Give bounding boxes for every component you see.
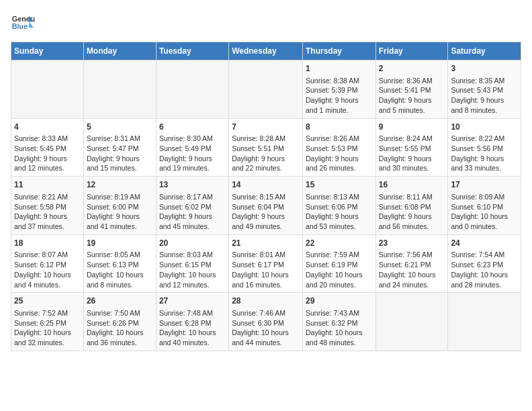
day-info-line: Daylight: 9 hours [306,95,373,105]
day-info-line: Sunrise: 8:21 AM [14,192,81,202]
day-info-line: Sunset: 6:17 PM [232,260,300,270]
day-info-line: Daylight: 10 hours [159,270,226,280]
calendar-cell: 2Sunrise: 8:36 AMSunset: 5:41 PMDaylight… [375,60,448,119]
day-info-line: and 36 minutes. [87,338,153,348]
day-info-line: Sunset: 6:21 PM [379,260,445,270]
day-info-line: and 32 minutes. [14,338,81,348]
day-info-line: Sunrise: 8:33 AM [14,134,81,144]
day-info-line: Sunrise: 8:30 AM [159,134,226,144]
day-info-line: Daylight: 9 hours [451,154,518,164]
day-number: 26 [87,295,153,307]
day-header-monday: Monday [83,42,156,60]
day-info-line: Sunset: 6:23 PM [451,260,518,270]
day-header-friday: Friday [375,42,448,60]
calendar-cell [375,293,448,351]
day-number: 9 [379,122,445,133]
calendar-cell [448,293,521,351]
day-info-line: and 33 minutes. [451,163,518,173]
calendar-cell: 29Sunrise: 7:43 AMSunset: 6:32 PMDayligh… [302,293,375,351]
day-header-tuesday: Tuesday [156,42,228,60]
day-info-line: Sunset: 6:00 PM [87,202,153,212]
calendar-cell: 19Sunrise: 8:05 AMSunset: 6:13 PMDayligh… [83,234,156,293]
day-info-line: and 44 minutes. [232,338,300,348]
day-info-line: Daylight: 10 hours [306,270,373,280]
calendar-cell: 15Sunrise: 8:13 AMSunset: 6:06 PMDayligh… [302,177,375,235]
day-info-line: Sunset: 6:25 PM [14,318,81,328]
day-info-line: Sunset: 6:10 PM [451,202,518,212]
day-info-line: and 45 minutes. [159,222,226,232]
day-info-line: Sunset: 5:55 PM [379,144,445,154]
day-header-sunday: Sunday [11,42,84,60]
calendar-cell: 7Sunrise: 8:28 AMSunset: 5:51 PMDaylight… [229,118,303,177]
day-number: 23 [379,238,445,249]
day-number: 11 [14,179,81,191]
day-number: 28 [232,295,300,307]
day-number: 1 [306,63,373,75]
day-info-line: Daylight: 9 hours [87,212,153,222]
day-number: 17 [451,179,518,191]
calendar-cell: 21Sunrise: 8:01 AMSunset: 6:17 PMDayligh… [229,234,303,293]
calendar-cell: 25Sunrise: 7:52 AMSunset: 6:25 PMDayligh… [11,293,84,351]
day-number: 20 [159,238,226,249]
calendar-cell: 23Sunrise: 7:56 AMSunset: 6:21 PMDayligh… [375,234,448,293]
day-info-line: and 4 minutes. [14,280,81,290]
calendar-cell: 3Sunrise: 8:35 AMSunset: 5:43 PMDaylight… [448,60,521,119]
day-info-line: Sunrise: 7:56 AM [379,250,445,260]
day-info-line: and 15 minutes. [87,163,153,173]
day-info-line: Sunset: 6:06 PM [306,202,373,212]
day-info-line: Daylight: 10 hours [232,328,300,338]
day-info-line: Sunrise: 8:31 AM [87,134,153,144]
day-info-line: and 24 minutes. [379,280,445,290]
day-number: 7 [232,122,300,133]
day-info-line: and 30 minutes. [379,163,445,173]
day-number: 4 [14,122,81,133]
calendar-cell: 12Sunrise: 8:19 AMSunset: 6:00 PMDayligh… [83,177,156,235]
day-number: 16 [379,179,445,191]
day-info-line: Daylight: 10 hours [379,270,445,280]
day-info-line: and 12 minutes. [159,280,226,290]
calendar-cell [229,60,303,119]
day-info-line: Sunrise: 8:11 AM [379,192,445,202]
day-info-line: Daylight: 9 hours [87,154,153,164]
day-info-line: and 53 minutes. [306,222,373,232]
day-info-line: Sunrise: 8:07 AM [14,250,81,260]
day-info-line: Sunset: 5:58 PM [14,202,81,212]
day-info-line: Daylight: 9 hours [14,154,81,164]
calendar-week-row: 11Sunrise: 8:21 AMSunset: 5:58 PMDayligh… [11,177,521,235]
day-info-line: and 40 minutes. [159,338,226,348]
day-number: 14 [232,179,300,191]
day-info-line: and 28 minutes. [451,280,518,290]
day-info-line: Sunrise: 8:24 AM [379,134,445,144]
day-number: 25 [14,295,81,307]
day-info-line: Sunset: 5:53 PM [306,144,373,154]
day-number: 8 [306,122,373,133]
day-info-line: Daylight: 9 hours [379,95,445,105]
day-info-line: Sunset: 6:02 PM [159,202,226,212]
day-info-line: Sunset: 6:04 PM [232,202,300,212]
calendar-week-row: 4Sunrise: 8:33 AMSunset: 5:45 PMDaylight… [11,118,521,177]
day-info-line: Sunset: 6:15 PM [159,260,226,270]
page-header: General Blue [11,11,521,35]
day-info-line: and 20 minutes. [306,280,373,290]
calendar-cell: 1Sunrise: 8:38 AMSunset: 5:39 PMDaylight… [302,60,375,119]
day-info-line: Daylight: 9 hours [159,212,226,222]
day-info-line: Sunrise: 7:43 AM [306,308,373,318]
day-info-line: Sunrise: 7:54 AM [451,250,518,260]
day-info-line: Sunset: 5:51 PM [232,144,300,154]
day-number: 3 [451,63,518,75]
calendar-week-row: 18Sunrise: 8:07 AMSunset: 6:12 PMDayligh… [11,234,521,293]
calendar-cell: 17Sunrise: 8:09 AMSunset: 6:10 PMDayligh… [448,177,521,235]
calendar-cell: 11Sunrise: 8:21 AMSunset: 5:58 PMDayligh… [11,177,84,235]
calendar-cell: 28Sunrise: 7:46 AMSunset: 6:30 PMDayligh… [229,293,303,351]
day-info-line: Daylight: 9 hours [451,95,518,105]
day-info-line: Sunset: 5:39 PM [306,85,373,95]
day-info-line: Sunrise: 8:22 AM [451,134,518,144]
day-number: 21 [232,238,300,249]
day-info-line: and 37 minutes. [14,222,81,232]
day-number: 29 [306,295,373,307]
day-info-line: Sunrise: 8:09 AM [451,192,518,202]
day-info-line: and 5 minutes. [379,105,445,116]
day-info-line: Daylight: 9 hours [159,154,226,164]
day-info-line: and 12 minutes. [14,163,81,173]
calendar-cell: 27Sunrise: 7:48 AMSunset: 6:28 PMDayligh… [156,293,228,351]
